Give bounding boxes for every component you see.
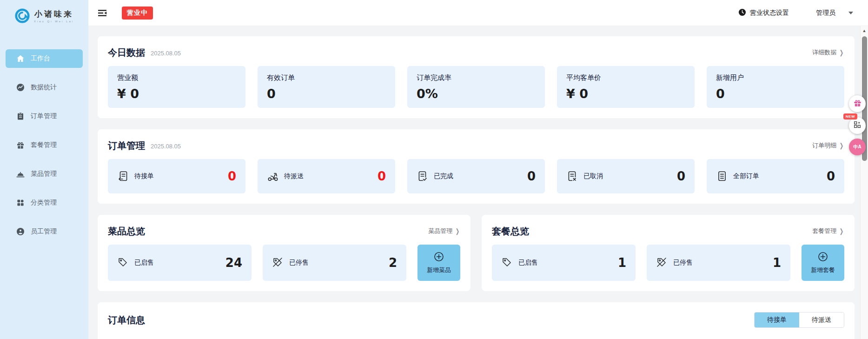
dish-off-sale-box[interactable]: 已停售 2 <box>263 245 406 281</box>
order-info-tabs: 待接单 待派送 <box>754 312 844 328</box>
sidebar-item-dishes[interactable]: 菜品管理 <box>6 165 83 183</box>
tag-icon <box>117 257 129 269</box>
qr-grid-icon <box>853 120 861 131</box>
stat-new-users: 新增用户 0 <box>707 66 844 108</box>
brand-name: 小诸味来 <box>34 9 73 20</box>
translate-floating-button[interactable]: 中A <box>849 139 866 155</box>
order-info-card: 订单信息 待接单 待派送 <box>98 302 855 339</box>
clock-icon <box>738 8 746 18</box>
sidebar-nav: 工作台 数据统计 订单管理 套餐管理 <box>0 30 88 241</box>
brand-logo: 小诸味来 Xiao Qi Wei Lai <box>0 0 88 30</box>
brand-pinyin: Xiao Qi Wei Lai <box>34 20 74 23</box>
chevron-right-icon: ❯ <box>456 227 459 235</box>
chevron-down-icon[interactable] <box>848 12 853 14</box>
sidebar-item-label: 菜品管理 <box>31 170 57 178</box>
gift-icon <box>16 141 25 149</box>
sidebar: 小诸味来 Xiao Qi Wei Lai 工作台 数据统计 <box>0 0 88 339</box>
clipboard-icon <box>16 112 25 120</box>
main-content: 今日数据 2025.08.05 详细数据 ❯ 营业额 ¥ 0 有效订单 0 订单… <box>88 26 868 339</box>
combo-overview-card: 套餐总览 套餐管理 ❯ 已启售 1 <box>482 215 855 291</box>
today-card-date: 2025.08.05 <box>151 48 181 57</box>
tab-pending-orders[interactable]: 待接单 <box>755 312 799 327</box>
stat-turnover: 营业额 ¥ 0 <box>108 66 245 108</box>
sidebar-item-combos[interactable]: 套餐管理 <box>6 136 83 154</box>
gift-floating-button[interactable] <box>849 95 866 112</box>
order-box-cancelled[interactable]: 已取消 0 <box>557 159 695 193</box>
new-badge: NEW <box>843 113 857 120</box>
status-badge: 营业中 <box>122 7 153 20</box>
orders-card-date: 2025.08.05 <box>151 141 181 150</box>
chart-icon <box>16 83 25 92</box>
dish-on-sale-box[interactable]: 已启售 24 <box>108 245 252 281</box>
sidebar-item-workbench[interactable]: 工作台 <box>6 49 83 68</box>
combo-off-sale-box[interactable]: 已停售 1 <box>647 245 790 281</box>
sidebar-item-label: 工作台 <box>31 54 50 63</box>
today-data-card: 今日数据 2025.08.05 详细数据 ❯ 营业额 ¥ 0 有效订单 0 订单… <box>98 36 855 118</box>
home-icon <box>16 54 25 63</box>
sidebar-item-label: 员工管理 <box>31 227 57 236</box>
doc-check-icon <box>417 170 429 182</box>
combos-card-title: 套餐总览 <box>492 225 529 238</box>
sidebar-item-label: 数据统计 <box>31 83 57 92</box>
doc-arrow-icon <box>117 170 129 182</box>
order-box-pending[interactable]: 待接单 0 <box>108 159 245 193</box>
scooter-icon <box>267 170 279 182</box>
order-info-title: 订单信息 <box>108 314 145 326</box>
topbar: 营业中 营业状态设置 管理员 <box>88 0 868 26</box>
orders-card-title: 订单管理 <box>108 140 145 152</box>
chevron-right-icon: ❯ <box>840 49 843 56</box>
sidebar-item-orders[interactable]: 订单管理 <box>6 107 83 126</box>
business-status-button[interactable]: 营业状态设置 <box>738 8 789 18</box>
order-box-delivering[interactable]: 待派送 0 <box>258 159 395 193</box>
app-window: 小诸味来 Xiao Qi Wei Lai 工作台 数据统计 <box>0 0 868 339</box>
tag-icon <box>501 257 513 269</box>
cloche-icon <box>16 170 25 178</box>
sidebar-item-label: 分类管理 <box>31 199 57 207</box>
grid-icon <box>16 199 25 207</box>
plus-circle-icon <box>817 251 828 264</box>
doc-x-icon <box>566 170 578 182</box>
dishes-card-title: 菜品总览 <box>108 225 145 238</box>
plus-circle-icon <box>433 251 444 264</box>
user-circle-icon <box>16 227 25 236</box>
translate-icon: 中A <box>853 144 861 150</box>
doc-lines-icon <box>716 170 728 182</box>
user-menu[interactable]: 管理员 <box>816 9 835 17</box>
tab-delivering-orders[interactable]: 待派送 <box>799 312 844 327</box>
chevron-right-icon: ❯ <box>840 142 843 149</box>
stat-completion-rate: 订单完成率 0% <box>407 66 545 108</box>
stat-valid-orders: 有效订单 0 <box>258 66 395 108</box>
sidebar-item-statistics[interactable]: 数据统计 <box>6 78 83 97</box>
scroll-up-arrow-icon[interactable]: ▲ <box>861 28 868 33</box>
qr-grid-floating-button[interactable] <box>849 117 866 134</box>
today-detail-link[interactable]: 详细数据 ❯ <box>812 48 844 57</box>
brand-logo-icon <box>14 8 30 24</box>
dish-management-link[interactable]: 菜品管理 ❯ <box>428 227 460 235</box>
order-box-all[interactable]: 全部订单 0 <box>707 159 844 193</box>
add-dish-button[interactable]: 新增菜品 <box>417 245 460 281</box>
chevron-right-icon: ❯ <box>840 227 843 235</box>
stat-avg-price: 平均客单价 ¥ 0 <box>557 66 695 108</box>
add-combo-button[interactable]: 新增套餐 <box>802 245 844 281</box>
sidebar-item-employees[interactable]: 员工管理 <box>6 222 83 241</box>
combo-management-link[interactable]: 套餐管理 ❯ <box>812 227 844 235</box>
order-box-completed[interactable]: 已完成 0 <box>407 159 545 193</box>
tag-off-icon <box>272 257 284 269</box>
topbar-right: 营业状态设置 管理员 <box>738 8 853 18</box>
sidebar-item-label: 订单管理 <box>31 112 57 120</box>
combo-on-sale-box[interactable]: 已启售 1 <box>492 245 636 281</box>
gift-icon <box>853 99 862 109</box>
sidebar-item-categories[interactable]: 分类管理 <box>6 193 83 212</box>
dish-overview-card: 菜品总览 菜品管理 ❯ 已启售 24 <box>98 215 470 291</box>
vertical-scrollbar[interactable]: ▲ <box>860 26 868 339</box>
order-detail-link[interactable]: 订单明细 ❯ <box>812 141 844 150</box>
order-management-card: 订单管理 2025.08.05 订单明细 ❯ 待接单 0 <box>98 129 855 204</box>
tag-off-icon <box>656 257 668 269</box>
sidebar-collapse-icon[interactable] <box>97 7 108 19</box>
today-card-title: 今日数据 <box>108 47 145 59</box>
sidebar-item-label: 套餐管理 <box>31 141 57 149</box>
business-status-label: 营业状态设置 <box>750 9 789 17</box>
